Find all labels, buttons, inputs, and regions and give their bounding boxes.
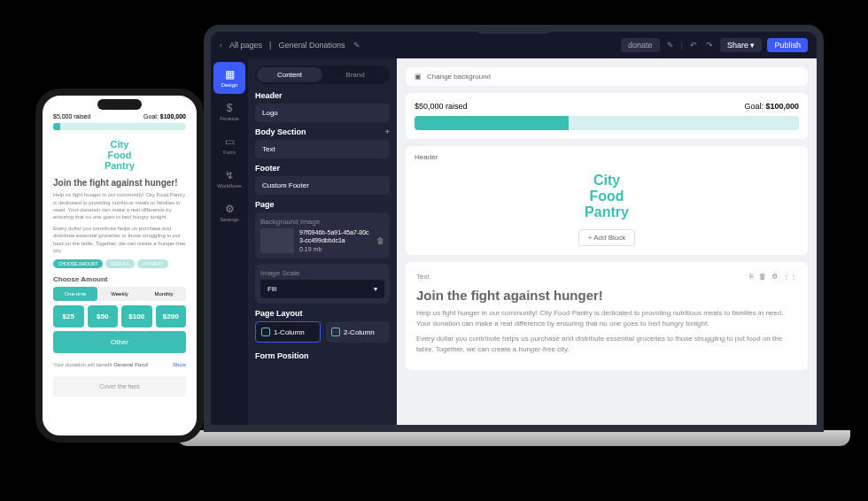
- divider: |: [681, 41, 683, 50]
- freq-monthly[interactable]: Monthly: [142, 287, 186, 301]
- paragraph: Every dollar you contribute helps us pur…: [416, 334, 797, 355]
- share-button[interactable]: Share ▾: [720, 38, 763, 52]
- bg-thumbnail[interactable]: [260, 228, 294, 253]
- edit-icon[interactable]: ✎: [665, 40, 676, 50]
- frequency-tabs: One-time Weekly Monthly: [53, 287, 186, 301]
- goal: Goal: $100,000: [143, 113, 186, 119]
- paragraph: Help us fight hunger in our community! C…: [53, 191, 186, 221]
- layout-1-column[interactable]: 1-Column: [255, 321, 321, 343]
- block-text[interactable]: Text: [255, 140, 390, 158]
- section-layout: Page Layout: [255, 309, 390, 318]
- amount-button[interactable]: $25: [53, 305, 84, 328]
- benefit-row: Your donation will benefit General Fund …: [53, 358, 186, 371]
- text-block[interactable]: Text ⎘ 🗑 ⚙ ⋮⋮ Join the fight against hun…: [406, 262, 808, 370]
- paragraph: Help us fight hunger in our community! C…: [416, 308, 797, 329]
- image-icon: ▣: [415, 73, 422, 81]
- bg-filename: 97f0946b-5a91-45a7-80c3-cc499dbbdc1a: [299, 228, 371, 244]
- progress-bar: [415, 116, 799, 130]
- choose-amount-label: Choose Amount: [53, 275, 186, 283]
- tab-content[interactable]: Content: [257, 67, 322, 82]
- cover-fees-button[interactable]: Cover the fees: [53, 376, 186, 397]
- redo-icon[interactable]: ↷: [704, 40, 715, 50]
- block-custom-footer[interactable]: Custom Footer: [255, 176, 390, 195]
- layout-2-column[interactable]: 2-Column: [326, 321, 390, 343]
- bg-filesize: 0.19 mb: [299, 245, 371, 253]
- add-block-button[interactable]: + Add Block: [578, 229, 635, 246]
- raised-amount: $5,000 raised: [53, 113, 90, 119]
- scale-label: Image Scale: [260, 269, 384, 277]
- chevron-down-icon: ▾: [374, 285, 377, 293]
- show-link[interactable]: Show: [173, 362, 186, 367]
- chip-choose-amount[interactable]: CHOOSE AMOUNT: [53, 259, 103, 268]
- canvas: ▣ Change background $50,000 raised Goal:…: [397, 58, 817, 425]
- bg-label: Background Image: [260, 218, 384, 226]
- section-header: Header: [255, 91, 390, 100]
- donate-preview[interactable]: donate: [621, 38, 660, 52]
- logo: City Food Pantry: [53, 139, 186, 171]
- column-icon: [261, 328, 270, 336]
- background-image-card: Background Image 97f0946b-5a91-45a7-80c3…: [255, 212, 390, 258]
- rail-item-finance[interactable]: $Finance: [213, 96, 245, 127]
- left-rail: ▦Design $Finance ▭Form ↯Workflows ⚙Setti…: [211, 58, 248, 425]
- breadcrumb-sep: |: [269, 41, 271, 50]
- copy-icon[interactable]: ⎘: [749, 273, 754, 281]
- phone-notch: [97, 99, 142, 110]
- trash-icon[interactable]: 🗑: [759, 273, 766, 281]
- goal: Goal: $100,000: [744, 102, 799, 111]
- amount-button[interactable]: $50: [88, 305, 119, 328]
- workflows-icon: ↯: [225, 169, 234, 181]
- phone-mockup: $5,000 raised Goal: $100,000 City Food P…: [35, 89, 204, 443]
- progress-bar: [53, 123, 186, 130]
- header-block[interactable]: Header City Food Pantry + Add Block: [406, 146, 808, 255]
- amount-button[interactable]: $100: [121, 305, 152, 328]
- rail-item-settings[interactable]: ⚙Settings: [213, 197, 245, 228]
- page-name: General Donations: [278, 41, 345, 50]
- rail-item-workflows[interactable]: ↯Workflows: [213, 163, 245, 195]
- amount-buttons: $25 $50 $100 $200: [53, 305, 186, 328]
- trash-icon[interactable]: 🗑: [376, 236, 384, 245]
- amount-button[interactable]: $200: [156, 305, 187, 328]
- undo-icon[interactable]: ↶: [688, 40, 699, 50]
- form-icon: ▭: [225, 135, 235, 148]
- section-form-position: Form Position: [255, 351, 390, 360]
- block-logo[interactable]: Logo: [255, 104, 390, 122]
- top-bar: ‹ All pages | General Donations ✎ donate…: [211, 32, 817, 58]
- laptop-mockup: ‹ All pages | General Donations ✎ donate…: [177, 25, 850, 485]
- finance-icon: $: [227, 102, 233, 114]
- raised-amount: $50,000 raised: [415, 102, 468, 111]
- chip-payment[interactable]: PAYMENT: [137, 259, 168, 268]
- add-icon[interactable]: +: [385, 127, 390, 136]
- tab-brand[interactable]: Brand: [322, 67, 388, 82]
- image-scale-card: Image Scale Fill▾: [255, 264, 390, 304]
- block-label: Text: [416, 273, 430, 281]
- change-background-bar[interactable]: ▣ Change background: [406, 67, 808, 86]
- rail-item-design[interactable]: ▦Design: [213, 62, 245, 94]
- gear-icon: ⚙: [225, 203, 235, 215]
- step-chips: CHOOSE AMOUNT DETAILS PAYMENT: [53, 259, 186, 268]
- chip-details[interactable]: DETAILS: [105, 259, 134, 268]
- panel-tabs: Content Brand: [255, 66, 390, 84]
- block-label: Header: [415, 153, 438, 161]
- freq-weekly[interactable]: Weekly: [97, 287, 142, 301]
- rail-item-form[interactable]: ▭Form: [213, 129, 245, 161]
- all-pages-link[interactable]: All pages: [229, 41, 262, 50]
- section-page: Page: [255, 200, 390, 209]
- edit-icon[interactable]: ✎: [352, 40, 362, 50]
- back-button[interactable]: ‹: [220, 41, 222, 50]
- other-amount-button[interactable]: Other: [53, 331, 186, 353]
- section-footer: Footer: [255, 164, 390, 173]
- laptop-notch: [474, 25, 554, 34]
- logo: City Food Pantry: [415, 155, 799, 229]
- heading: Join the fight against hunger!: [53, 178, 186, 188]
- gear-icon[interactable]: ⚙: [771, 273, 778, 281]
- drag-icon[interactable]: ⋮⋮: [783, 273, 797, 281]
- heading: Join the fight against hunger!: [416, 288, 797, 303]
- paragraph: Every dollar you contribute helps us pur…: [53, 225, 186, 255]
- side-panel: Content Brand Header Logo Body Section+ …: [248, 58, 397, 425]
- design-icon: ▦: [225, 68, 235, 81]
- publish-button[interactable]: Publish: [767, 38, 808, 52]
- column-icon: [331, 328, 340, 336]
- section-body: Body Section+: [255, 127, 390, 136]
- scale-select[interactable]: Fill▾: [260, 280, 384, 298]
- freq-one-time[interactable]: One-time: [53, 287, 97, 301]
